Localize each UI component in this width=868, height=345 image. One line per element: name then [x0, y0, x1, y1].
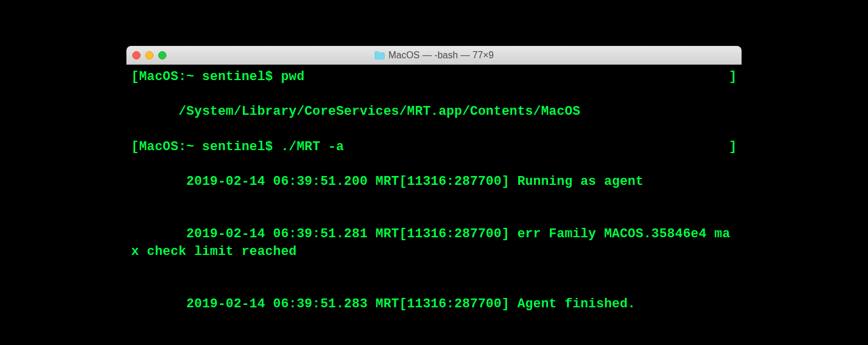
terminal-text: [MacOS:~ sentinel$ ./MRT -a: [131, 138, 344, 156]
terminal-line: [MacOS:~ sentinel$ ./MRT -a ]: [131, 138, 737, 156]
terminal-text: /System/Library/CoreServices/MRT.app/Con…: [178, 104, 580, 119]
terminal-line: 2019-02-14 06:39:51.283 MRT[11316:287700…: [131, 330, 737, 345]
terminal-text-right: ]: [729, 138, 737, 156]
maximize-icon[interactable]: [158, 51, 166, 59]
terminal-text: 2019-02-14 06:39:51.200 MRT[11316:287700…: [178, 174, 643, 189]
terminal-body[interactable]: [MacOS:~ sentinel$ pwd ] /System/Library…: [126, 65, 742, 345]
terminal-line: 2019-02-14 06:39:51.283 MRT[11316:287700…: [131, 278, 737, 330]
terminal-text: 2019-02-14 06:39:51.281 MRT[11316:287700…: [131, 227, 730, 259]
terminal-line: 2019-02-14 06:39:51.281 MRT[11316:287700…: [131, 208, 737, 278]
titlebar[interactable]: MacOS — -bash — 77×9: [126, 46, 742, 65]
terminal-text: 2019-02-14 06:39:51.283 MRT[11316:287700…: [178, 297, 635, 311]
terminal-line: 2019-02-14 06:39:51.200 MRT[11316:287700…: [131, 155, 737, 208]
terminal-line: /System/Library/CoreServices/MRT.app/Con…: [131, 86, 737, 138]
folder-icon: [374, 51, 385, 59]
terminal-text: [MacOS:~ sentinel$ pwd: [131, 68, 305, 86]
window-title-container: MacOS — -bash — 77×9: [374, 50, 493, 61]
terminal-window: MacOS — -bash — 77×9 [MacOS:~ sentinel$ …: [126, 46, 742, 345]
traffic-lights: [132, 51, 166, 59]
terminal-text-right: ]: [729, 68, 737, 86]
minimize-icon[interactable]: [145, 51, 153, 59]
close-icon[interactable]: [132, 51, 141, 59]
terminal-line: [MacOS:~ sentinel$ pwd ]: [131, 68, 737, 86]
window-title: MacOS — -bash — 77×9: [388, 50, 493, 61]
